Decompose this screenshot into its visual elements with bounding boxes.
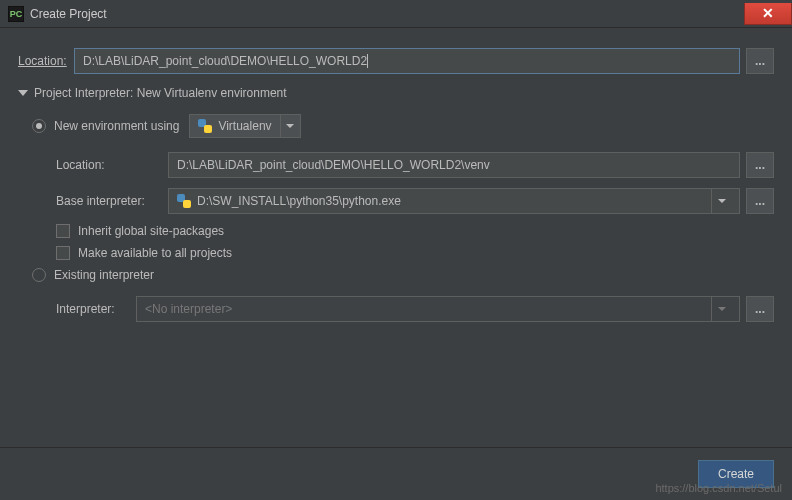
new-env-radio[interactable] [32,119,46,133]
create-button[interactable]: Create [698,460,774,488]
window-title: Create Project [30,7,107,21]
chevron-down-icon [18,90,28,96]
existing-interpreter-radio[interactable] [32,268,46,282]
dialog-content: Location: D:\LAB\LiDAR_point_cloud\DEMO\… [0,28,792,344]
python-icon [177,194,191,208]
env-location-browse-button[interactable]: ... [746,152,774,178]
new-env-label: New environment using [54,119,179,133]
location-browse-button[interactable]: ... [746,48,774,74]
interpreter-combo: <No interpreter> [136,296,740,322]
close-button[interactable]: ✕ [744,3,792,25]
existing-interpreter-label: Existing interpreter [54,268,154,282]
base-interpreter-label: Base interpreter: [56,194,168,208]
section-title: Project Interpreter: New Virtualenv envi… [34,86,287,100]
titlebar: PC Create Project ✕ [0,0,792,28]
chevron-down-icon [718,307,726,311]
inherit-label: Inherit global site-packages [78,224,224,238]
make-available-label: Make available to all projects [78,246,232,260]
chevron-down-icon [718,199,726,203]
python-icon [198,119,212,133]
chevron-down-icon [286,124,294,128]
inherit-checkbox[interactable] [56,224,70,238]
location-input[interactable]: D:\LAB\LiDAR_point_cloud\DEMO\HELLO_WORL… [74,48,740,74]
interpreter-section-toggle[interactable]: Project Interpreter: New Virtualenv envi… [18,86,774,100]
base-interpreter-combo[interactable]: D:\SW_INSTALL\python35\python.exe [168,188,740,214]
inherit-checkbox-row[interactable]: Inherit global site-packages [56,224,774,238]
existing-interpreter-radio-row[interactable]: Existing interpreter [32,268,774,282]
make-available-checkbox[interactable] [56,246,70,260]
new-env-radio-row[interactable]: New environment using Virtualenv [32,114,774,138]
text-cursor [367,54,368,68]
base-interpreter-browse-button[interactable]: ... [746,188,774,214]
close-icon: ✕ [762,5,774,21]
make-available-checkbox-row[interactable]: Make available to all projects [56,246,774,260]
combo-drop-button[interactable] [280,115,300,137]
app-icon: PC [8,6,24,22]
interpreter-browse-button[interactable]: ... [746,296,774,322]
dialog-footer: Create [0,447,792,500]
location-label: Location: [18,54,74,68]
env-location-label: Location: [56,158,168,172]
virtualenv-combo[interactable]: Virtualenv [189,114,300,138]
interpreter-label: Interpreter: [56,302,136,316]
env-location-input[interactable] [168,152,740,178]
